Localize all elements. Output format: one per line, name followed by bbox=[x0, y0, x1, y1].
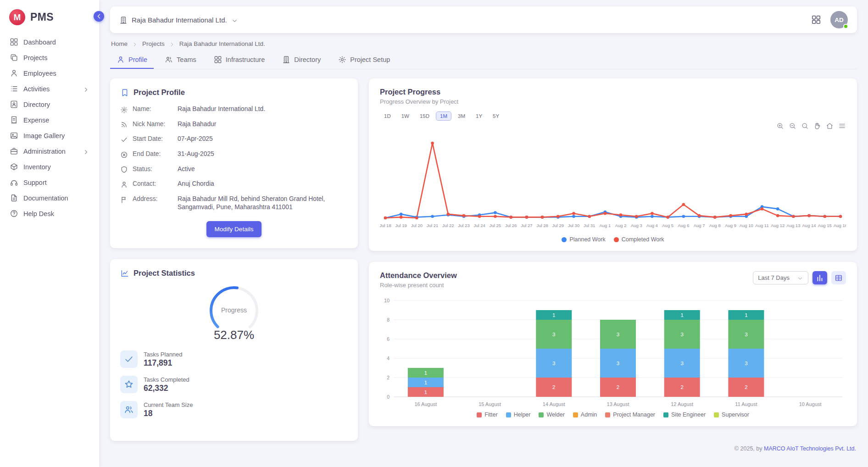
sidebar-item-documentation[interactable]: Documentation bbox=[5, 190, 95, 206]
point-completed-work[interactable] bbox=[462, 214, 466, 217]
point-completed-work[interactable] bbox=[839, 215, 842, 218]
pan-icon[interactable] bbox=[813, 122, 821, 129]
range-15d-button[interactable]: 15D bbox=[416, 111, 434, 121]
tab-directory[interactable]: Directory bbox=[276, 51, 327, 69]
zoom-out-icon[interactable] bbox=[789, 122, 796, 129]
point-completed-work[interactable] bbox=[666, 216, 669, 219]
breadcrumb-item-home[interactable]: Home bbox=[111, 40, 128, 47]
sidebar-collapse-button[interactable] bbox=[94, 11, 104, 22]
sidebar-item-expense[interactable]: Expense bbox=[5, 112, 95, 128]
point-completed-work[interactable] bbox=[494, 215, 497, 218]
chart-toolbar bbox=[380, 122, 846, 130]
point-planned-work[interactable] bbox=[431, 215, 434, 218]
point-completed-work[interactable] bbox=[619, 213, 623, 217]
point-completed-work[interactable] bbox=[415, 217, 418, 220]
point-completed-work[interactable] bbox=[651, 212, 654, 215]
point-completed-work[interactable] bbox=[745, 213, 748, 216]
line-chart[interactable]: Jul 18Jul 19Jul 20Jul 21Jul 22Jul 23Jul … bbox=[380, 130, 846, 234]
table-view-toggle[interactable] bbox=[831, 271, 846, 284]
point-completed-work[interactable] bbox=[823, 215, 827, 218]
point-completed-work[interactable] bbox=[776, 214, 779, 217]
sidebar-item-employees[interactable]: Employees bbox=[5, 66, 95, 81]
point-completed-work[interactable] bbox=[682, 203, 685, 206]
point-completed-work[interactable] bbox=[588, 215, 591, 218]
point-completed-work[interactable] bbox=[698, 214, 701, 217]
point-planned-work[interactable] bbox=[651, 215, 654, 218]
selection-zoom-icon[interactable] bbox=[801, 122, 809, 129]
attendance-chart[interactable]: 024681011116 August15 August233114 Augus… bbox=[380, 294, 846, 410]
legend-admin[interactable]: Admin bbox=[573, 411, 597, 418]
range-1d-button[interactable]: 1D bbox=[380, 111, 395, 121]
range-1m-button[interactable]: 1M bbox=[436, 111, 451, 121]
point-completed-work[interactable] bbox=[384, 217, 387, 220]
point-planned-work[interactable] bbox=[494, 211, 497, 214]
profile-icon bbox=[117, 56, 125, 64]
breadcrumb-item-raja-bahadur-international-ltd[interactable]: Raja Bahadur International Ltd. bbox=[179, 40, 265, 47]
legend-welder[interactable]: Welder bbox=[539, 411, 564, 418]
menu-icon[interactable] bbox=[838, 122, 846, 129]
point-completed-work[interactable] bbox=[509, 216, 512, 219]
point-completed-work[interactable] bbox=[525, 216, 529, 219]
point-completed-work[interactable] bbox=[478, 215, 481, 218]
tab-profile[interactable]: Profile bbox=[110, 51, 154, 69]
right-column: Project Progress Progress Overview by Pr… bbox=[369, 78, 857, 426]
point-completed-work[interactable] bbox=[635, 215, 638, 218]
sidebar-item-help-desk[interactable]: Help Desk bbox=[5, 206, 95, 221]
point-completed-work[interactable] bbox=[541, 216, 544, 219]
project-statistics-card: Project Statistics Progress 52. bbox=[110, 259, 358, 441]
point-planned-work[interactable] bbox=[776, 207, 779, 211]
range-5y-button[interactable]: 5Y bbox=[489, 111, 503, 121]
sidebar-item-projects[interactable]: Projects bbox=[5, 50, 95, 65]
range-1w-button[interactable]: 1W bbox=[397, 111, 413, 121]
sidebar-item-inventory[interactable]: Inventory bbox=[5, 159, 95, 174]
home-icon[interactable] bbox=[826, 122, 834, 129]
point-completed-work[interactable] bbox=[572, 212, 575, 215]
point-completed-work[interactable] bbox=[807, 214, 811, 217]
legend-supervisor[interactable]: Supervisor bbox=[714, 411, 749, 418]
chevron-right-icon bbox=[83, 85, 89, 92]
bar-view-toggle[interactable] bbox=[812, 271, 827, 284]
field-value: Raja Bahadur Mill Rd, behind Sheraton Gr… bbox=[178, 195, 348, 212]
point-completed-work[interactable] bbox=[431, 142, 434, 145]
legend-fitter[interactable]: Fitter bbox=[477, 411, 497, 418]
point-completed-work[interactable] bbox=[761, 207, 764, 211]
footer-link[interactable]: MARCO AIoT Technologies Pvt. Ltd. bbox=[764, 445, 856, 452]
point-completed-work[interactable] bbox=[729, 214, 732, 217]
bar-chart[interactable]: 024681011116 August15 August233114 Augus… bbox=[380, 294, 846, 410]
date-range-select[interactable]: Last 7 Days bbox=[753, 271, 808, 284]
sidebar-item-activities[interactable]: Activities bbox=[5, 81, 95, 96]
point-completed-work[interactable] bbox=[400, 216, 403, 219]
sidebar-item-dashboard[interactable]: Dashboard bbox=[5, 34, 95, 50]
avatar[interactable]: AD bbox=[830, 11, 848, 28]
range-3m-button[interactable]: 3M bbox=[454, 111, 469, 121]
sidebar-item-image-gallery[interactable]: Image Gallery bbox=[5, 128, 95, 143]
point-completed-work[interactable] bbox=[604, 212, 607, 215]
modify-details-button[interactable]: Modify Details bbox=[206, 221, 262, 237]
point-completed-work[interactable] bbox=[713, 216, 717, 219]
sidebar-item-administration[interactable]: Administration bbox=[5, 144, 95, 159]
legend-helper[interactable]: Helper bbox=[506, 411, 531, 418]
point-completed-work[interactable] bbox=[792, 215, 795, 218]
app-logo[interactable]: M PMS bbox=[0, 0, 99, 33]
sidebar-item-support[interactable]: Support bbox=[5, 175, 95, 190]
apps-grid-icon[interactable] bbox=[811, 15, 821, 25]
point-planned-work[interactable] bbox=[572, 215, 575, 218]
point-completed-work[interactable] bbox=[447, 213, 450, 216]
tab-project-setup[interactable]: Project Setup bbox=[332, 51, 396, 69]
legend-site-engineer[interactable]: Site Engineer bbox=[663, 411, 706, 418]
range-1y-button[interactable]: 1Y bbox=[472, 111, 486, 121]
tab-teams[interactable]: Teams bbox=[158, 51, 203, 69]
company-selector[interactable]: Raja Bahadur International Ltd. bbox=[119, 16, 238, 24]
zoom-in-icon[interactable] bbox=[776, 122, 784, 129]
point-planned-work[interactable] bbox=[400, 213, 403, 216]
legend-planned-work[interactable]: Planned Work bbox=[562, 236, 605, 243]
point-completed-work[interactable] bbox=[556, 215, 560, 218]
point-planned-work[interactable] bbox=[682, 215, 685, 218]
avatar-initials: AD bbox=[835, 17, 844, 23]
project-progress-chart[interactable]: Jul 18Jul 19Jul 20Jul 21Jul 22Jul 23Jul … bbox=[380, 130, 846, 234]
breadcrumb-item-projects[interactable]: Projects bbox=[142, 40, 165, 47]
legend-completed-work[interactable]: Completed Work bbox=[614, 236, 664, 243]
tab-infrastructure[interactable]: Infrastructure bbox=[207, 51, 271, 69]
legend-project-manager[interactable]: Project Manager bbox=[605, 411, 655, 418]
sidebar-item-directory[interactable]: Directory bbox=[5, 97, 95, 112]
